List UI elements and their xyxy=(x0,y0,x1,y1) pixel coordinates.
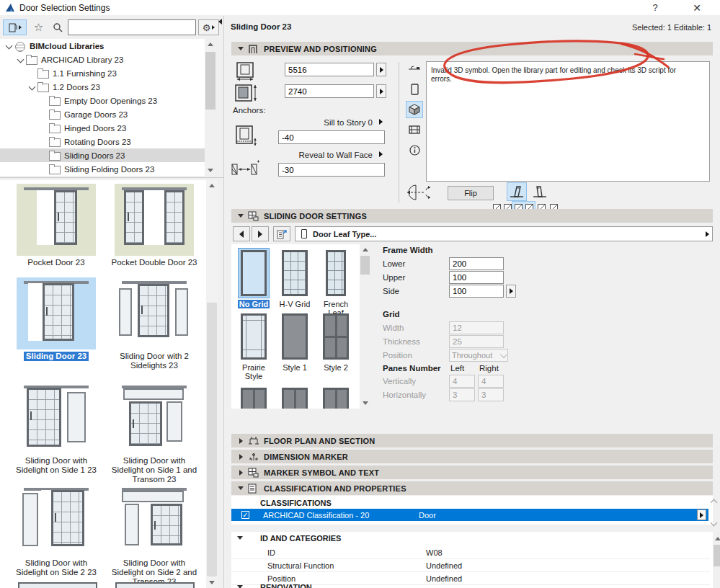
section-classification-properties[interactable]: CLASSIFICATION AND PROPERTIES xyxy=(231,481,713,495)
reveal-anchor-flyout[interactable] xyxy=(375,149,386,159)
property-row[interactable]: Structural Function Undefined xyxy=(231,559,710,572)
scroll-thumb[interactable] xyxy=(205,52,215,110)
width-flyout-button[interactable] xyxy=(376,63,386,76)
frame-upper-field[interactable] xyxy=(449,271,504,284)
section-expand-icon[interactable] xyxy=(235,454,246,460)
section-expand-icon[interactable] xyxy=(235,470,246,476)
scroll-up-icon[interactable] xyxy=(360,244,370,255)
reveal-anchor-label: Reveal to Wall Face xyxy=(272,151,373,159)
preview-mode-3d-button[interactable] xyxy=(406,101,423,118)
scroll-down-icon[interactable] xyxy=(205,165,216,176)
favorites-button[interactable]: ☆ xyxy=(30,19,48,35)
section-collapse-icon[interactable] xyxy=(237,585,243,588)
leaf-type-item[interactable]: Style 2 xyxy=(316,311,355,372)
tree-item[interactable]: ARCHICAD Library 23 xyxy=(0,53,205,66)
gallery-item[interactable]: Sliding Door with 2 Sidelights 23 xyxy=(109,277,200,370)
section-floor-plan[interactable]: FLOOR PLAN AND SECTION xyxy=(231,434,713,447)
section-expand-icon[interactable] xyxy=(235,438,246,444)
leaf-type-item[interactable]: Style 1 xyxy=(275,311,314,372)
tree-scrollbar[interactable] xyxy=(205,39,216,176)
folder-icon xyxy=(49,164,61,174)
door-leaf-type-selector[interactable]: Door Leaf Type... xyxy=(295,226,713,241)
gallery-item[interactable]: Sliding Door with Sidelight on Side 1 an… xyxy=(109,382,200,484)
sill-value-field[interactable] xyxy=(278,130,385,144)
gallery-item[interactable]: Pocket Double Door 23 xyxy=(109,184,200,267)
tree-item[interactable]: Empty Door Openings 23 xyxy=(0,94,205,107)
section-dimension-marker[interactable]: DIMENSION MARKER xyxy=(231,450,713,463)
scroll-up-icon[interactable] xyxy=(711,499,717,504)
chevron-down-icon[interactable] xyxy=(27,82,37,92)
chevron-down-icon[interactable] xyxy=(16,55,26,65)
previous-page-button[interactable] xyxy=(233,226,250,241)
reveal-value-field[interactable] xyxy=(278,163,385,177)
gallery-item[interactable]: Sliding Door with Sidelight on Side 2 an… xyxy=(109,484,200,587)
door-width-field[interactable] xyxy=(285,63,374,76)
scroll-thumb[interactable] xyxy=(714,545,720,566)
tree-item[interactable]: Hinged Doors 23 xyxy=(0,121,205,135)
door-height-field[interactable] xyxy=(285,84,374,98)
door-type-filter-button[interactable] xyxy=(3,19,27,35)
checkbox-checked-icon[interactable]: ✓ xyxy=(241,511,249,519)
next-page-button[interactable] xyxy=(252,226,269,241)
section-preview-positioning[interactable]: PREVIEW AND POSITIONING xyxy=(231,42,713,55)
scroll-thumb[interactable] xyxy=(207,303,217,576)
help-button[interactable]: ? xyxy=(643,0,667,16)
section-collapse-icon[interactable] xyxy=(235,486,246,490)
tree-item[interactable]: BIMcloud Libraries xyxy=(0,39,205,53)
section-collapse-icon[interactable] xyxy=(237,536,243,540)
leaf-type-item[interactable]: Prairie Style xyxy=(234,311,273,380)
preview-mode-front-button[interactable] xyxy=(406,81,423,98)
leaf-gallery-scrollbar[interactable] xyxy=(360,244,370,409)
scroll-up-icon[interactable] xyxy=(713,533,720,544)
frame-lower-field[interactable] xyxy=(449,257,504,270)
gallery-item[interactable]: Sliding Door with Sidelight on Side 2 23 xyxy=(11,484,102,577)
scroll-up-icon[interactable] xyxy=(206,180,218,191)
tree-item[interactable]: Sliding Doors 23 xyxy=(0,148,205,162)
folder-icon xyxy=(26,55,37,64)
chevron-down-icon[interactable] xyxy=(4,41,14,51)
tree-item[interactable]: Rotating Doors 23 xyxy=(0,135,205,148)
scroll-thumb[interactable] xyxy=(360,256,370,275)
section-collapse-icon[interactable] xyxy=(235,214,246,218)
selector-next-icon[interactable] xyxy=(706,231,709,237)
close-button[interactable]: ✕ xyxy=(685,0,709,16)
sill-anchor-flyout[interactable] xyxy=(375,117,386,127)
scroll-up-icon[interactable] xyxy=(205,39,216,50)
tree-item[interactable]: 1.1 Furnishing 23 xyxy=(0,66,205,80)
search-input[interactable] xyxy=(68,19,196,35)
door-swing-right-button[interactable] xyxy=(530,182,550,201)
preview-info-button[interactable] xyxy=(406,141,423,159)
tree-item[interactable]: Garage Doors 23 xyxy=(0,107,205,121)
scroll-down-icon[interactable] xyxy=(206,577,218,588)
flip-button[interactable]: Flip xyxy=(448,186,494,200)
scroll-down-icon[interactable] xyxy=(711,520,717,526)
preview-mode-section-button[interactable] xyxy=(406,121,423,138)
search-icon[interactable] xyxy=(49,19,66,35)
scroll-down-icon[interactable] xyxy=(360,398,370,409)
height-flyout-button[interactable] xyxy=(376,84,386,98)
section-marker-symbol[interactable]: MARKER SYMBOL AND TEXT xyxy=(231,466,713,479)
gallery-item[interactable]: Sliding Door 23 xyxy=(11,277,102,361)
leaf-type-item[interactable]: French Leaf xyxy=(316,248,355,317)
section-sliding-door-settings[interactable]: SLIDING DOOR SETTINGS xyxy=(231,209,713,223)
gallery-scrollbar[interactable] xyxy=(206,180,218,588)
3d-preview-pane[interactable]: Invalid 3D symbol. Open the library part… xyxy=(426,61,710,182)
properties-scrollbar[interactable] xyxy=(713,533,720,588)
settings-gear-button[interactable]: ⚙ xyxy=(198,19,219,35)
property-row[interactable]: ID W08 xyxy=(231,546,710,559)
section-collapse-icon[interactable] xyxy=(235,47,246,50)
preview-mode-plan-button[interactable] xyxy=(406,61,423,78)
gallery-item[interactable]: Sliding Door with Sidelight on Side 1 23 xyxy=(11,382,102,475)
classification-flyout-button[interactable] xyxy=(697,509,706,520)
tree-item[interactable]: 1.2 Doors 23 xyxy=(0,80,205,94)
door-swing-left-button[interactable] xyxy=(507,182,527,201)
transfer-settings-button[interactable] xyxy=(273,226,290,241)
frame-side-field[interactable] xyxy=(449,285,504,298)
collapse-panel-arrow-icon[interactable] xyxy=(218,19,222,24)
frame-side-flyout[interactable] xyxy=(506,285,516,298)
leaf-type-item[interactable]: No Grid xyxy=(234,248,273,308)
leaf-type-item[interactable]: H-V Grid xyxy=(275,248,314,308)
classification-row[interactable]: ✓ ARCHICAD Classification - 20 Door xyxy=(231,509,708,521)
gallery-item[interactable]: Pocket Door 23 xyxy=(11,184,102,267)
tree-item[interactable]: Sliding Folding Doors 23 xyxy=(0,162,205,176)
